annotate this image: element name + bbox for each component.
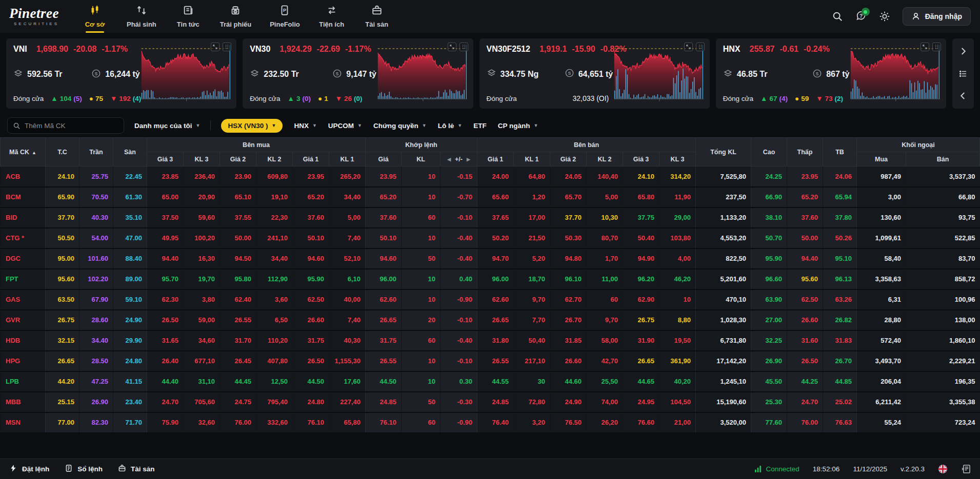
col-header-match-vol[interactable]: KL bbox=[402, 152, 441, 166]
col-header-symbol[interactable]: Mã CK▲ bbox=[1, 138, 46, 166]
table-row-lpb[interactable]: LPB44.2047.2541.1544.4031,1044.4512,5044… bbox=[1, 371, 980, 392]
help-icon[interactable]: ? bbox=[855, 11, 867, 22]
table-row-hdb[interactable]: HDB32.1534.4029.9031.6534,6031.70110,203… bbox=[1, 330, 980, 351]
drag-dots-icon[interactable] bbox=[459, 43, 468, 51]
col-header-sell-vol3[interactable]: KL 3 bbox=[659, 152, 696, 166]
nav-tab-3[interactable]: Tin tức bbox=[175, 0, 202, 33]
chevron-right-icon[interactable] bbox=[958, 47, 968, 56]
table-row-bcm[interactable]: BCM65.9070.5061.3065.0020,9065.1019,1065… bbox=[1, 187, 980, 207]
col-header-buy-price2[interactable]: Giá 2 bbox=[220, 152, 256, 166]
cell: 28,80 bbox=[857, 310, 906, 330]
pinetree-logo[interactable]: Pinetree SECURITIES bbox=[9, 7, 59, 26]
col-header-foreign-buy[interactable]: Mua bbox=[857, 152, 906, 166]
footer-action-2[interactable]: Sổ lệnh bbox=[65, 464, 103, 474]
drag-dots-icon[interactable] bbox=[932, 43, 941, 51]
page-left-icon[interactable]: ◀ bbox=[447, 157, 451, 162]
cell: 11,90 bbox=[659, 187, 696, 207]
col-header-low[interactable]: Thấp bbox=[787, 138, 823, 166]
col-header-buy-price1[interactable]: Giá 1 bbox=[293, 152, 329, 166]
expand-icon[interactable] bbox=[211, 43, 219, 51]
col-header-floor[interactable]: Sàn bbox=[113, 138, 147, 166]
table-row-msn[interactable]: MSN77.0082.3071.7075.9032,6076.00332,607… bbox=[1, 412, 980, 433]
expand-icon[interactable] bbox=[448, 43, 456, 51]
expand-icon[interactable] bbox=[921, 43, 929, 51]
market-tab-4[interactable]: Chứng quyền▼ bbox=[373, 122, 427, 130]
index-card-vn30[interactable]: VN301,924.29-22.69-1.17%232.50 TrS9,147 … bbox=[243, 38, 473, 109]
col-header-sell-price2[interactable]: Giá 2 bbox=[550, 152, 587, 166]
cell: 241,10 bbox=[256, 228, 293, 248]
cell: 35.10 bbox=[113, 207, 147, 228]
symbol-search[interactable] bbox=[7, 117, 124, 134]
footer-action-1[interactable]: Đặt lệnh bbox=[9, 464, 49, 474]
table-row-acb[interactable]: ACB24.1025.7522.4523.85236,4023.90609,80… bbox=[1, 166, 980, 187]
market-tab-3[interactable]: UPCOM▼ bbox=[328, 122, 362, 130]
page-right-icon[interactable]: ▶ bbox=[467, 157, 470, 162]
cell: 49.95 bbox=[147, 228, 184, 248]
col-header-ceiling[interactable]: Trần bbox=[79, 138, 113, 166]
drag-dots-icon[interactable] bbox=[696, 43, 705, 51]
drag-dots-icon[interactable] bbox=[223, 43, 231, 51]
cell: 59,60 bbox=[184, 207, 220, 228]
index-card-hnx[interactable]: HNX255.87-0.61-0.24%46.85 TrS867 tỷĐóng … bbox=[716, 38, 946, 109]
table-row-fpt[interactable]: FPT95.60102.2089.0095.7019,7095.80112,90… bbox=[1, 269, 980, 289]
expand-icon[interactable] bbox=[684, 43, 693, 51]
col-header-match-price[interactable]: Giá bbox=[366, 152, 402, 166]
cell: 10 bbox=[402, 228, 441, 248]
tab-my-watchlist[interactable]: Danh mục của tôi▼ bbox=[134, 122, 200, 130]
table-row-gas[interactable]: GAS63.5067.9059.1062.303,8062.403,6062.5… bbox=[1, 289, 980, 310]
cell: 60 bbox=[587, 289, 623, 310]
cell: 332,60 bbox=[256, 412, 293, 433]
login-button[interactable]: Đăng nhập bbox=[903, 7, 971, 26]
search-icon[interactable] bbox=[832, 11, 843, 22]
col-header-buy-price3[interactable]: Giá 3 bbox=[147, 152, 184, 166]
market-tab-5[interactable]: Lô lẻ▼ bbox=[438, 122, 462, 130]
col-header-sell-vol2[interactable]: KL 2 bbox=[587, 152, 623, 166]
nav-tab-1[interactable]: Cơ sở bbox=[82, 0, 108, 33]
cell: 10 bbox=[402, 351, 441, 371]
col-header-high[interactable]: Cao bbox=[751, 138, 787, 166]
table-row-ctg[interactable]: CTG *50.5054.0047.0049.95100,2050.00241,… bbox=[1, 228, 980, 248]
table-row-hpg[interactable]: HPG26.6528.5024.8026.40677,1026.45407,80… bbox=[1, 351, 980, 371]
market-tab-1[interactable]: HSX (VN30 )▼ bbox=[221, 119, 283, 133]
index-card-vni[interactable]: VNI1,698.90-20.08-1.17%592.56 TrS16,244 … bbox=[6, 38, 236, 109]
nav-tab-5[interactable]: PPineFolio bbox=[270, 0, 300, 33]
cell: 50 bbox=[402, 248, 441, 269]
chevron-left-icon[interactable] bbox=[958, 91, 968, 100]
col-header-tc[interactable]: T.C bbox=[46, 138, 79, 166]
col-header-sell-price3[interactable]: Giá 3 bbox=[623, 152, 659, 166]
col-header-sell-vol1[interactable]: KL 1 bbox=[514, 152, 550, 166]
index-card-vn30f2512[interactable]: VN30F25121,919.1-15.90-0.82%334.75 NgS64… bbox=[479, 38, 710, 109]
language-flag-icon[interactable] bbox=[938, 464, 948, 474]
col-header-buy-vol3[interactable]: KL 3 bbox=[184, 152, 220, 166]
col-header-average[interactable]: TB bbox=[823, 138, 857, 166]
col-header-total-volume[interactable]: Tổng KL bbox=[696, 138, 751, 166]
table-row-bid[interactable]: BID37.7040.3035.1037.5059,6037.5522,3037… bbox=[1, 207, 980, 228]
table-row-dgc[interactable]: DGC95.00101.6088.4094.4016,3094.5034,409… bbox=[1, 248, 980, 269]
cell: 50.00 bbox=[220, 228, 256, 248]
shortcut-panel-icon[interactable] bbox=[961, 464, 971, 474]
col-header-buy-vol2[interactable]: KL 2 bbox=[256, 152, 293, 166]
table-row-gvr[interactable]: GVR26.7528.6024.9026.5059,0026.556,5026.… bbox=[1, 310, 980, 330]
theme-icon[interactable] bbox=[879, 11, 890, 22]
market-tab-2[interactable]: HNX▼ bbox=[294, 122, 316, 130]
order-book-icon bbox=[65, 464, 73, 474]
search-icon bbox=[13, 122, 21, 130]
nav-tab-4[interactable]: STrái phiếu bbox=[220, 0, 251, 33]
market-tab-6[interactable]: ETF bbox=[473, 122, 487, 130]
nav-tab-7[interactable]: Tài sản bbox=[364, 0, 390, 33]
table-row-mbb[interactable]: MBB25.1526.9023.4024.70705,6024.75795,40… bbox=[1, 392, 980, 412]
col-header-buy-vol1[interactable]: KL 1 bbox=[329, 152, 366, 166]
col-header-sell-price1[interactable]: Giá 1 bbox=[477, 152, 514, 166]
cell: 46,20 bbox=[659, 269, 696, 289]
market-tab-7[interactable]: CP ngành▼ bbox=[498, 122, 538, 130]
cell: 44.55 bbox=[477, 371, 514, 392]
cell: 3,00 bbox=[857, 187, 906, 207]
nav-tab-2[interactable]: Phái sinh bbox=[127, 0, 156, 33]
col-header-foreign-sell[interactable]: Bán bbox=[906, 152, 980, 166]
cell: 23.95 bbox=[366, 166, 402, 187]
watchlist-icon[interactable] bbox=[958, 69, 968, 78]
chevron-down-icon: ▼ bbox=[533, 123, 538, 128]
symbol-search-input[interactable] bbox=[25, 122, 118, 130]
footer-action-3[interactable]: Tài sản bbox=[118, 464, 155, 474]
nav-tab-6[interactable]: Tiện ích bbox=[318, 0, 345, 33]
